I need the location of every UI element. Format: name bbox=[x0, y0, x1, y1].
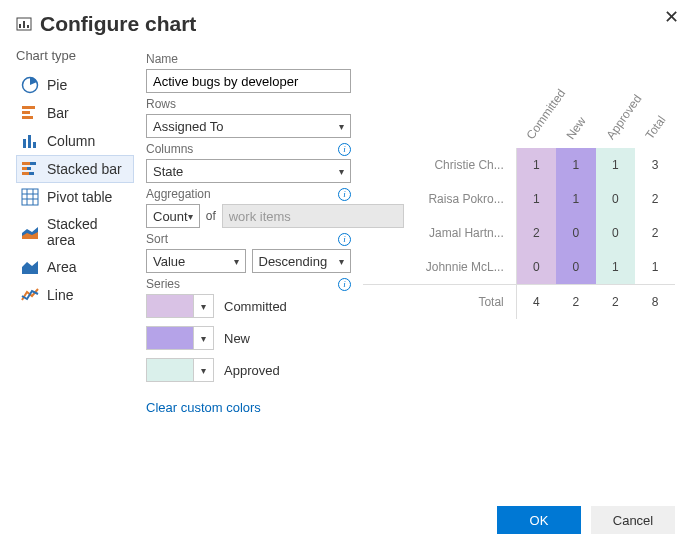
pivot-row: Jamal Hartn...2002 bbox=[363, 216, 675, 250]
pivot-row: Johnnie McL...0011 bbox=[363, 250, 675, 285]
sort-direction-select[interactable]: Descending ▾ bbox=[252, 249, 352, 273]
series-row: ▾Committed bbox=[146, 294, 351, 318]
pivot-col-header: Total bbox=[635, 88, 675, 148]
svg-rect-14 bbox=[27, 167, 31, 170]
color-swatch bbox=[147, 295, 193, 317]
pie-icon bbox=[21, 76, 39, 94]
info-icon[interactable]: i bbox=[338, 233, 351, 246]
chart-type-label-text: Stacked area bbox=[47, 216, 129, 248]
info-icon[interactable]: i bbox=[338, 188, 351, 201]
pivot-cell: 2 bbox=[556, 285, 596, 320]
chevron-down-icon: ▾ bbox=[339, 166, 344, 177]
cancel-button[interactable]: Cancel bbox=[591, 506, 675, 534]
chart-type-label-text: Area bbox=[47, 259, 77, 275]
pivot-col-header: Approved bbox=[596, 88, 636, 148]
chart-type-bar[interactable]: Bar bbox=[16, 99, 134, 127]
name-input[interactable] bbox=[146, 69, 351, 93]
series-row: ▾New bbox=[146, 326, 351, 350]
sort-label: Sort bbox=[146, 232, 168, 246]
pivot-row: Raisa Pokro...1102 bbox=[363, 182, 675, 216]
pivot-row-header: Jamal Hartn... bbox=[363, 216, 516, 250]
svg-rect-5 bbox=[22, 106, 35, 109]
ok-button[interactable]: OK bbox=[497, 506, 581, 534]
chart-icon bbox=[16, 16, 32, 32]
column-icon bbox=[21, 132, 39, 150]
series-color-picker[interactable]: ▾ bbox=[146, 294, 214, 318]
aggregation-label: Aggregation bbox=[146, 187, 211, 201]
svg-rect-8 bbox=[23, 139, 26, 148]
svg-rect-7 bbox=[22, 116, 33, 119]
pivot-cell: 2 bbox=[635, 182, 675, 216]
rows-select[interactable]: Assigned To ▾ bbox=[146, 114, 351, 138]
chart-type-stacked-bar[interactable]: Stacked bar bbox=[16, 155, 134, 183]
pivot-cell: 0 bbox=[556, 216, 596, 250]
color-swatch bbox=[147, 327, 193, 349]
pivot-cell: 1 bbox=[516, 182, 556, 216]
chevron-down-icon: ▾ bbox=[193, 327, 213, 349]
svg-rect-17 bbox=[22, 189, 38, 205]
close-icon[interactable]: ✕ bbox=[664, 6, 679, 28]
info-icon[interactable]: i bbox=[338, 278, 351, 291]
chart-type-label-text: Bar bbox=[47, 105, 69, 121]
rows-select-value: Assigned To bbox=[153, 119, 224, 134]
chart-type-label-text: Pie bbox=[47, 77, 67, 93]
chart-type-label-text: Pivot table bbox=[47, 189, 112, 205]
series-name: New bbox=[224, 331, 250, 346]
chart-type-line[interactable]: Line bbox=[16, 281, 134, 309]
bar-icon bbox=[21, 104, 39, 122]
pivot-row-header: Johnnie McL... bbox=[363, 250, 516, 285]
chart-type-area[interactable]: Area bbox=[16, 253, 134, 281]
pivot-cell: 1 bbox=[596, 148, 636, 182]
pivot-col-header: Committed bbox=[516, 88, 556, 148]
pivot-cell: 8 bbox=[635, 285, 675, 320]
pivot-cell: 1 bbox=[635, 250, 675, 285]
chevron-down-icon: ▾ bbox=[339, 256, 344, 267]
aggregation-value: Count bbox=[153, 209, 188, 224]
chart-type-pivot-table[interactable]: Pivot table bbox=[16, 183, 134, 211]
stacked-bar-icon bbox=[21, 160, 39, 178]
series-name: Committed bbox=[224, 299, 287, 314]
rows-label: Rows bbox=[146, 97, 351, 111]
stacked-area-icon bbox=[21, 223, 39, 241]
pivot-cell: 0 bbox=[596, 182, 636, 216]
config-form: Name Rows Assigned To ▾ Columns i State … bbox=[146, 48, 351, 415]
svg-rect-9 bbox=[28, 135, 31, 148]
chart-preview: CommittedNewApprovedTotalChristie Ch...1… bbox=[363, 48, 675, 415]
svg-rect-11 bbox=[22, 162, 30, 165]
pivot-cell: 2 bbox=[596, 285, 636, 320]
svg-rect-1 bbox=[19, 24, 21, 28]
svg-rect-6 bbox=[22, 111, 30, 114]
clear-custom-colors-link[interactable]: Clear custom colors bbox=[146, 400, 261, 415]
chart-type-pie[interactable]: Pie bbox=[16, 71, 134, 99]
sort-field-select[interactable]: Value ▾ bbox=[146, 249, 246, 273]
columns-label: Columns bbox=[146, 142, 193, 156]
pivot-row: Christie Ch...1113 bbox=[363, 148, 675, 182]
info-icon[interactable]: i bbox=[338, 143, 351, 156]
aggregation-select[interactable]: Count ▾ bbox=[146, 204, 200, 228]
pivot-total-row: Total4228 bbox=[363, 285, 675, 320]
svg-rect-10 bbox=[33, 142, 36, 148]
pivot-table-icon bbox=[21, 188, 39, 206]
dialog-title: Configure chart bbox=[40, 12, 196, 36]
pivot-cell: 0 bbox=[516, 250, 556, 285]
of-label: of bbox=[206, 209, 216, 223]
pivot-cell: 1 bbox=[556, 182, 596, 216]
columns-select[interactable]: State ▾ bbox=[146, 159, 351, 183]
color-swatch bbox=[147, 359, 193, 381]
pivot-row-header: Christie Ch... bbox=[363, 148, 516, 182]
name-label: Name bbox=[146, 52, 351, 66]
chart-type-label: Chart type bbox=[16, 48, 134, 63]
chart-type-label-text: Column bbox=[47, 133, 95, 149]
chart-type-stacked-area[interactable]: Stacked area bbox=[16, 211, 134, 253]
svg-rect-12 bbox=[30, 162, 36, 165]
pivot-cell: 0 bbox=[556, 250, 596, 285]
series-color-picker[interactable]: ▾ bbox=[146, 326, 214, 350]
pivot-cell: 2 bbox=[516, 216, 556, 250]
series-label: Series bbox=[146, 277, 180, 291]
chart-type-label-text: Line bbox=[47, 287, 73, 303]
area-icon bbox=[21, 258, 39, 276]
chevron-down-icon: ▾ bbox=[193, 359, 213, 381]
chart-type-column[interactable]: Column bbox=[16, 127, 134, 155]
series-color-picker[interactable]: ▾ bbox=[146, 358, 214, 382]
chart-type-label-text: Stacked bar bbox=[47, 161, 122, 177]
